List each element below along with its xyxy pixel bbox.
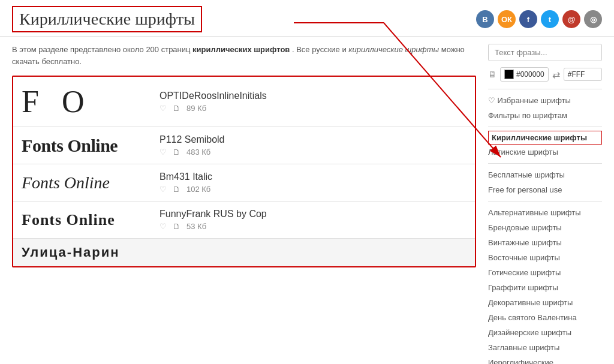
font-size: 89 Кб xyxy=(186,104,206,113)
left-column: В этом разделе представлено около 200 ст… xyxy=(12,37,476,364)
desc-bold1: кириллических шрифтов xyxy=(192,45,290,54)
right-sidebar: 🖥 #000000 ⇄ #FFF ♡ Избранные шрифты Филь… xyxy=(488,37,602,364)
font-preview: Улица-Нарин xyxy=(22,245,154,260)
font-meta: ♡ 🗋 89 Кб xyxy=(159,104,267,113)
sidebar-link-eastern[interactable]: Восточные шрифты xyxy=(488,250,602,265)
monitor-icon[interactable]: 🖥 xyxy=(488,70,496,79)
font-name: Bm431 Italic xyxy=(159,172,212,182)
color-label-white: #FFF xyxy=(568,70,585,79)
sidebar-link-filters[interactable]: Фильтры по шрифтам xyxy=(488,108,602,123)
social-icons: В ОК f t @ ◎ xyxy=(476,10,602,28)
color-swatch-white[interactable]: #FFF xyxy=(564,68,602,81)
sidebar-link-free[interactable]: Бесплатные шрифты xyxy=(488,167,602,182)
file-icon: 🗋 xyxy=(173,104,180,113)
description: В этом разделе представлено около 200 ст… xyxy=(12,44,476,67)
sidebar-link-capital[interactable]: Заглавные шрифты xyxy=(488,340,602,355)
font-size: 483 Кб xyxy=(186,148,210,157)
black-swatch xyxy=(504,70,514,79)
color-swatch-black[interactable]: #000000 xyxy=(500,67,549,82)
font-preview: F O xyxy=(22,84,154,119)
sidebar-link-valentine[interactable]: День святого Валентина xyxy=(488,310,602,325)
font-meta: ♡ 🗋 53 Кб xyxy=(159,222,267,231)
sidebar-link-vintage[interactable]: Винтажные шрифты xyxy=(488,235,602,250)
page-title: Кириллические шрифты xyxy=(12,6,202,32)
desc-text-mid: . Все русские и xyxy=(292,45,348,54)
sidebar-link-favorites[interactable]: ♡ Избранные шрифты xyxy=(488,93,602,108)
font-item[interactable]: F O OPTIDeRoosInlineInitials ♡ 🗋 89 Кб xyxy=(13,77,475,127)
font-name: FunnyFrank RUS by Cop xyxy=(159,209,267,219)
font-info: FunnyFrank RUS by Cop ♡ 🗋 53 Кб xyxy=(159,209,267,231)
font-preview-text: F O xyxy=(22,85,86,119)
heart-icon[interactable]: ♡ xyxy=(159,222,167,231)
color-label-black: #000000 xyxy=(516,70,544,79)
font-preview: Fonts Online xyxy=(22,173,154,192)
font-item[interactable]: F onts Online P112 Semibold ♡ 🗋 483 Кб xyxy=(13,127,475,164)
heart-icon[interactable]: ♡ xyxy=(159,104,167,113)
font-size: 53 Кб xyxy=(186,222,206,231)
desc-italic1: кириллические шрифты xyxy=(348,45,439,54)
sidebar-divider4 xyxy=(488,201,602,201)
font-preview: Fonts Online xyxy=(22,211,154,229)
fb-icon[interactable]: f xyxy=(519,10,537,28)
font-info: P112 Semibold ♡ 🗋 483 Кб xyxy=(159,134,225,157)
sidebar-link-latin[interactable]: Латинские шрифты xyxy=(488,145,602,160)
sidebar-section-main: ♡ Избранные шрифты Фильтры по шрифтам xyxy=(488,93,602,123)
font-preview-text: Fonts Online xyxy=(22,173,110,192)
sidebar-divider2 xyxy=(488,127,602,127)
heart-icon[interactable]: ♡ xyxy=(159,185,167,194)
vk-icon[interactable]: В xyxy=(476,10,494,28)
sidebar-link-cyrillic[interactable]: Кириллические шрифты xyxy=(488,131,602,145)
sidebar-link-hieroglyphic[interactable]: Иероглифические xyxy=(488,355,602,364)
sidebar-section-types: Кириллические шрифты Латинские шрифты xyxy=(488,131,602,160)
ok-icon[interactable]: ОК xyxy=(498,10,516,28)
main-content: В этом разделе представлено около 200 ст… xyxy=(0,37,614,364)
font-list: F O OPTIDeRoosInlineInitials ♡ 🗋 89 Кб xyxy=(12,76,476,267)
font-item-last[interactable]: Улица-Нарин xyxy=(13,239,475,266)
search-input[interactable] xyxy=(488,44,602,61)
font-preview: F onts Online xyxy=(22,136,154,156)
sidebar-link-designer[interactable]: Дизайнерские шрифты xyxy=(488,325,602,340)
font-meta: ♡ 🗋 483 Кб xyxy=(159,148,225,157)
phone-icon[interactable]: ◎ xyxy=(584,10,602,28)
sidebar-link-gothic[interactable]: Готические шрифты xyxy=(488,265,602,280)
swap-icon[interactable]: ⇄ xyxy=(552,69,560,80)
sidebar-section-categories: Альтернативные шрифты Брендовые шрифты В… xyxy=(488,205,602,364)
tw-icon[interactable]: t xyxy=(541,10,559,28)
sidebar-link-brand[interactable]: Брендовые шрифты xyxy=(488,220,602,235)
font-preview-text: Улица-Нарин xyxy=(22,245,120,260)
font-name: OPTIDeRoosInlineInitials xyxy=(159,91,267,101)
sidebar-link-graffiti[interactable]: Граффити шрифты xyxy=(488,280,602,295)
mail-icon[interactable]: @ xyxy=(562,10,580,28)
font-item[interactable]: Fonts Online Bm431 Italic ♡ 🗋 102 Кб xyxy=(13,164,475,201)
sidebar-section-free: Бесплатные шрифты Free for personal use xyxy=(488,167,602,197)
font-name: P112 Semibold xyxy=(159,134,225,145)
sidebar-link-free-personal[interactable]: Free for personal use xyxy=(488,182,602,197)
font-meta: ♡ 🗋 102 Кб xyxy=(159,185,212,194)
font-info: Bm431 Italic ♡ 🗋 102 Кб xyxy=(159,172,212,194)
font-info: OPTIDeRoosInlineInitials ♡ 🗋 89 Кб xyxy=(159,91,267,113)
sidebar-link-decorative[interactable]: Декоративные шрифты xyxy=(488,295,602,310)
font-item[interactable]: Fonts Online FunnyFrank RUS by Cop ♡ 🗋 5… xyxy=(13,201,475,239)
heart-icon[interactable]: ♡ xyxy=(159,148,167,157)
file-icon: 🗋 xyxy=(173,148,180,157)
file-icon: 🗋 xyxy=(173,222,180,231)
sidebar-link-alternative[interactable]: Альтернативные шрифты xyxy=(488,205,602,220)
sidebar-divider3 xyxy=(488,163,602,164)
header: Кириллические шрифты В ОК f t @ ◎ xyxy=(0,0,614,37)
sidebar-divider xyxy=(488,89,602,89)
color-row: 🖥 #000000 ⇄ #FFF xyxy=(488,67,602,82)
font-size: 102 Кб xyxy=(186,185,210,194)
font-preview-text: F onts Online xyxy=(22,136,118,155)
desc-text-start: В этом разделе представлено около 200 ст… xyxy=(12,45,192,54)
font-preview-text: Fonts Online xyxy=(22,211,115,228)
file-icon: 🗋 xyxy=(173,185,180,194)
